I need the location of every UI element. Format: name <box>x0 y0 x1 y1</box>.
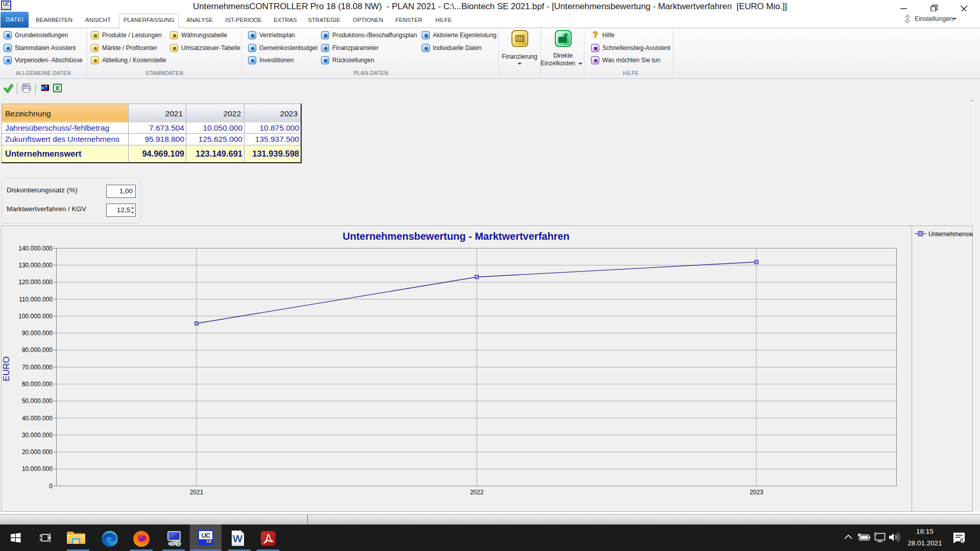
svg-text:30.000.000: 30.000.000 <box>22 432 53 439</box>
svg-text:2021: 2021 <box>190 489 204 496</box>
svg-text:2023: 2023 <box>750 489 764 496</box>
svg-text:EURO: EURO <box>2 356 11 381</box>
svg-text:0: 0 <box>49 483 53 490</box>
svg-text:2022: 2022 <box>470 489 484 496</box>
svg-text:100.000.000: 100.000.000 <box>18 313 53 320</box>
svg-text:60.000.000: 60.000.000 <box>22 381 53 388</box>
svg-text:10.000.000: 10.000.000 <box>22 465 53 472</box>
svg-text:Unternehmensbewertung - Marktw: Unternehmensbewertung - Marktwertverfahr… <box>342 231 570 242</box>
svg-text:W: W <box>233 533 243 544</box>
svg-text:120.000.000: 120.000.000 <box>18 279 53 286</box>
svg-text:40.000.000: 40.000.000 <box>22 415 53 422</box>
svg-text:50.000.000: 50.000.000 <box>22 397 53 405</box>
svg-text:20.000.000: 20.000.000 <box>22 448 53 456</box>
svg-text:90.000.000: 90.000.000 <box>22 330 53 337</box>
svg-text:Unternehmensw: Unternehmensw <box>928 231 973 238</box>
svg-text:80.000.000: 80.000.000 <box>22 346 53 354</box>
svg-text:130.000.000: 130.000.000 <box>18 262 53 269</box>
svg-text:70.000.000: 70.000.000 <box>22 364 53 371</box>
svg-text:110.000.000: 110.000.000 <box>19 296 53 303</box>
svg-text:140.000.000: 140.000.000 <box>18 245 53 252</box>
